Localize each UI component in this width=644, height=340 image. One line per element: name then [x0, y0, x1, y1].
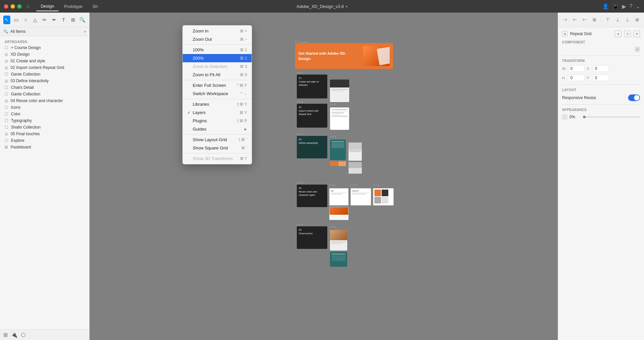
shortcut-label: ⌘ 2 — [240, 56, 247, 61]
shortcut-label: ⌘ − — [240, 37, 247, 42]
w-input[interactable] — [568, 65, 585, 72]
menu-guides[interactable]: Guides ▶ — [183, 125, 252, 133]
align-bottom-icon[interactable]: ⊥ — [623, 15, 632, 25]
artboard-04-t4-img[interactable] — [329, 207, 349, 220]
align-right-icon[interactable]: ⊢ — [580, 15, 589, 25]
x-input[interactable] — [593, 65, 609, 72]
search-dropdown-icon[interactable]: ▾ — [84, 30, 86, 33]
component-add-icon[interactable]: + — [635, 47, 640, 52]
artboard-01-dark[interactable]: 01 Create and style on artboard — [297, 75, 327, 98]
sidebar-item-shalin[interactable]: ☐ Shalin Collection — [0, 124, 89, 131]
y-input[interactable] — [593, 75, 609, 81]
close-button[interactable] — [4, 4, 8, 9]
opacity-slider[interactable] — [583, 116, 640, 118]
main-layout: ↖ ▭ ○ △ ✏ ✒ T ⊞ 🔍 🔍 ▾ ARTBOARDS ☐ + Cour… — [0, 13, 644, 340]
menu-item-label: Show Layout Grid — [193, 137, 234, 142]
sidebar-item-label: 01 Create and style — [11, 59, 85, 63]
artboard-05-dark[interactable]: 05 Final touches — [297, 226, 327, 249]
align-middle-h-icon[interactable]: ⊥ — [613, 15, 622, 25]
align-center-v-icon[interactable]: ⊢ — [571, 15, 579, 25]
tab-design[interactable]: Design — [36, 2, 59, 11]
rectangle-tool[interactable]: ▭ — [13, 16, 20, 24]
artboard-03-extra1[interactable] — [330, 161, 346, 166]
search-tool[interactable]: 🔍 — [79, 16, 86, 24]
artboard-04-t1[interactable]: Mul — [329, 188, 349, 205]
assets-icon[interactable]: ⬡ — [21, 332, 26, 338]
canvas-area[interactable]: Get Started with Adobe XD:Design 01 Crea… — [90, 13, 558, 340]
menu-switch-workspace[interactable]: Switch Workspace ⌃→ — [183, 89, 252, 98]
menu-zoom-in[interactable]: Zoom In ⌘ + — [183, 27, 252, 35]
grid-tool[interactable]: ⊞ — [70, 16, 77, 24]
device-icon[interactable]: 📱 — [612, 3, 619, 10]
hero-artboard[interactable]: Get Started with Adobe XD:Design — [295, 43, 393, 69]
sidebar-item-gante2[interactable]: ☐ Gante Collection — [0, 91, 89, 97]
sidebar-item-02-import[interactable]: ◎ 02 Import content Repeat Grid — [0, 64, 89, 71]
artboard-04-t2[interactable]: Head 05 — [351, 188, 371, 205]
artboard-02-dark[interactable]: 02 Import content with Repeat Grid — [297, 104, 327, 128]
brush-tool[interactable]: ✒ — [51, 16, 58, 24]
menu-layers[interactable]: ✓ Layers ⌘ Y — [183, 108, 252, 117]
minimize-button[interactable] — [11, 4, 15, 9]
menu-fullscreen[interactable]: Enter Full Screen ⌃⌘ F — [183, 81, 252, 89]
menu-libraries[interactable]: Libraries ⇧⌘ Y — [183, 100, 252, 108]
play-icon[interactable]: ▶ — [622, 3, 626, 10]
repeat-grid-copy-icon[interactable]: ⊕ — [615, 30, 621, 37]
sidebar-item-01-create[interactable]: ◎ 01 Create and style — [0, 58, 89, 64]
menu-100[interactable]: 100% ⌘ 1 — [183, 46, 252, 54]
artboard-03-teal[interactable] — [330, 140, 346, 160]
expand-icon[interactable]: ⌄ — [636, 3, 640, 10]
maximize-button[interactable] — [17, 4, 22, 9]
tab-share[interactable]: Sh — [88, 2, 102, 11]
sidebar-item-icons[interactable]: ☐ Icons — [0, 104, 89, 111]
sidebar-item-color[interactable]: ☐ Color — [0, 111, 89, 117]
menu-zoom-fit-all[interactable]: Zoom to Fit All ⌘ 0 — [183, 71, 252, 79]
sidebar-item-pasteboard[interactable]: ⊞ Pasteboard — [0, 144, 89, 150]
artboard-02-thumb[interactable] — [330, 107, 349, 130]
plugins-icon[interactable]: 🔌 — [11, 332, 18, 338]
menu-show-layout-grid[interactable]: Show Layout Grid ⇧⌘ ' — [183, 136, 252, 144]
align-top-icon[interactable]: ⊤ — [604, 15, 612, 25]
responsive-resize-toggle[interactable] — [628, 94, 640, 101]
title-dropdown-icon[interactable]: ▾ — [346, 5, 348, 8]
sidebar-item-explore[interactable]: ☐ Explore — [0, 137, 89, 144]
artboard-03-dark[interactable]: 03 Define interactivity — [297, 136, 327, 158]
sidebar-item-xd-design[interactable]: ◎ XD Design — [0, 51, 89, 58]
triangle-tool[interactable]: △ — [32, 16, 39, 24]
layers-icon[interactable]: ⊞ — [3, 332, 8, 338]
sidebar-item-05-final[interactable]: ◎ 05 Final touches — [0, 131, 89, 137]
menu-zoom-out[interactable]: Zoom Out ⌘ − — [183, 35, 252, 43]
repeat-grid-checkbox[interactable]: ⊞ — [562, 31, 567, 36]
pen-tool[interactable]: ✏ — [41, 16, 48, 24]
sidebar-item-03-define[interactable]: ◎ 03 Define interactivity — [0, 78, 89, 84]
sidebar-item-course-design[interactable]: ☐ + Course Design — [0, 44, 89, 51]
select-tool[interactable]: ↖ — [3, 16, 10, 24]
distribute-icon[interactable]: ⊞ — [633, 15, 642, 25]
text-tool[interactable]: T — [60, 16, 67, 24]
repeat-grid-extra-icon[interactable]: ⊡ — [624, 30, 631, 37]
artboard-03-mini[interactable] — [349, 162, 362, 174]
artboard-04-t3[interactable] — [373, 188, 394, 205]
sidebar-item-chairs[interactable]: ☐ Chairs Detail — [0, 84, 89, 91]
ellipse-tool[interactable]: ○ — [22, 16, 29, 24]
sidebar-item-typography[interactable]: ☐ Typography — [0, 117, 89, 124]
help-icon[interactable]: ? — [629, 3, 632, 9]
tab-prototype[interactable]: Prototype — [59, 2, 87, 11]
repeat-grid-settings-icon[interactable]: ⚙ — [633, 30, 640, 37]
h-input[interactable] — [568, 75, 585, 81]
artboard-05-t1[interactable] — [330, 230, 347, 251]
align-left-icon[interactable]: ⊣ — [561, 15, 569, 25]
menu-plugins[interactable]: Plugins ⇧⌘ P — [183, 117, 252, 125]
menu-200[interactable]: 200% ⌘ 2 — [183, 54, 252, 62]
right-toolbar: ⊣ ⊢ ⊢ ⊞ ⊤ ⊥ ⊥ ⊞ — [558, 13, 644, 27]
sidebar-item-04-reuse[interactable]: ◎ 04 Reuse color and character — [0, 97, 89, 104]
artboard-01-thumb[interactable] — [330, 80, 349, 102]
menu-show-square-grid[interactable]: Show Square Grid ⌘ ' — [183, 144, 252, 152]
home-icon[interactable]: ⌂ — [26, 3, 30, 9]
search-input[interactable] — [10, 29, 82, 34]
sidebar-item-gante1[interactable]: ☐ Gante Collection — [0, 71, 89, 78]
align-mixed-icon[interactable]: ⊞ — [590, 15, 599, 25]
artboard-03-small[interactable] — [349, 142, 362, 161]
artboard-05-teal[interactable] — [330, 252, 347, 267]
artboard-04-dark[interactable]: 04 Reuse colors and character styles — [297, 185, 327, 207]
user-icon[interactable]: 👤 — [602, 3, 609, 10]
